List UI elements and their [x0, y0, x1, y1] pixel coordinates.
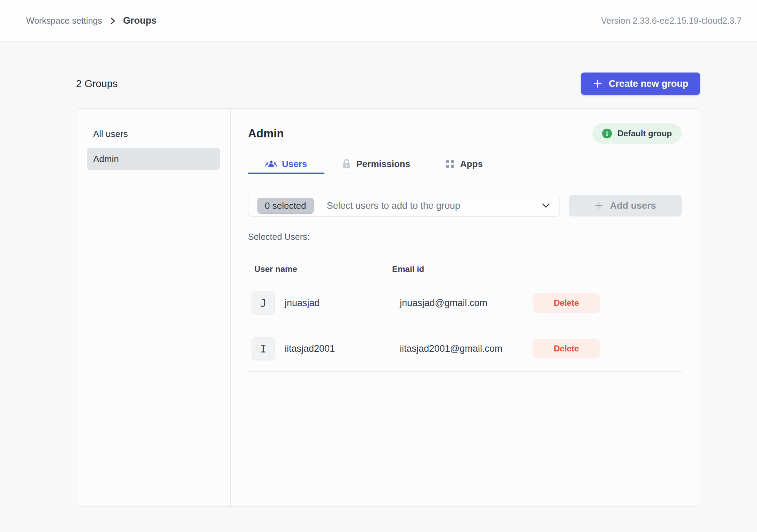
delete-user-button[interactable]: Delete: [533, 339, 600, 358]
email-cell: jnuasjad@gmail.com: [392, 298, 533, 309]
user-select-placeholder: Select users to add to the group: [327, 200, 460, 211]
table-row: J jnuasjad jnuasjad@gmail.com Delete: [248, 280, 682, 326]
groups-sidebar: All users Admin: [76, 109, 231, 506]
email-cell: iitasjad2001@gmail.com: [392, 343, 533, 354]
chevron-down-icon: [541, 203, 550, 209]
tab-apps[interactable]: Apps: [428, 154, 500, 174]
plus-icon: [593, 79, 602, 89]
table-row: I iitasjad2001 iitasjad2001@gmail.com De…: [248, 326, 682, 372]
version-label: Version 2.33.6-ee2.15.19-cloud2.3.7: [601, 16, 742, 26]
breadcrumb: Workspace settings Groups: [26, 15, 157, 26]
table-header-row: User name Email id: [248, 258, 682, 280]
add-users-label: Add users: [610, 200, 656, 211]
add-users-row: 0 selected Select users to add to the gr…: [248, 195, 682, 216]
groups-card: All users Admin Admin i Default group: [76, 108, 700, 507]
tab-permissions[interactable]: Permissions: [324, 154, 428, 174]
selected-count-badge: 0 selected: [257, 198, 314, 214]
breadcrumb-workspace-settings[interactable]: Workspace settings: [26, 16, 102, 26]
lock-icon: [342, 159, 351, 169]
tab-users-label: Users: [282, 159, 307, 169]
apps-grid-icon: [445, 159, 455, 169]
default-group-badge: i Default group: [592, 123, 682, 144]
user-name-cell: iitasjad2001: [284, 343, 392, 354]
groups-count-heading: 2 Groups: [76, 78, 118, 90]
breadcrumb-current: Groups: [123, 15, 157, 26]
user-name-cell: jnuasjad: [284, 298, 392, 309]
groups-toolbar: 2 Groups Create new group: [76, 73, 700, 95]
users-icon: [265, 159, 277, 169]
selected-users-label: Selected Users:: [248, 232, 682, 242]
chevron-right-icon: [109, 17, 116, 25]
delete-user-button[interactable]: Delete: [533, 293, 600, 313]
create-new-group-label: Create new group: [609, 78, 688, 89]
avatar: I: [252, 337, 275, 360]
info-icon: i: [602, 129, 612, 138]
group-title: Admin: [248, 127, 284, 140]
tab-permissions-label: Permissions: [356, 159, 410, 169]
column-header-email-id: Email id: [392, 264, 682, 274]
user-select-dropdown[interactable]: 0 selected Select users to add to the gr…: [248, 195, 560, 216]
tab-users[interactable]: Users: [248, 154, 324, 174]
group-tabs: Users Permissions: [248, 154, 664, 174]
default-group-badge-label: Default group: [617, 129, 672, 138]
create-new-group-button[interactable]: Create new group: [581, 73, 700, 95]
selected-users-table: User name Email id J jnuasjad jnuasjad@g…: [248, 258, 682, 372]
sidebar-item-all-users[interactable]: All users: [87, 123, 220, 145]
page-content: 2 Groups Create new group All users Admi…: [0, 73, 757, 507]
avatar: J: [252, 291, 275, 315]
column-header-user-name: User name: [248, 264, 392, 274]
sidebar-item-admin[interactable]: Admin: [87, 148, 220, 170]
add-users-button[interactable]: Add users: [569, 195, 682, 216]
top-header: Workspace settings Groups Version 2.33.6…: [0, 0, 757, 42]
plus-icon: [594, 201, 604, 210]
group-detail-panel: Admin i Default group: [231, 109, 700, 506]
group-panel-header: Admin i Default group: [248, 123, 682, 144]
tab-apps-label: Apps: [460, 159, 483, 169]
